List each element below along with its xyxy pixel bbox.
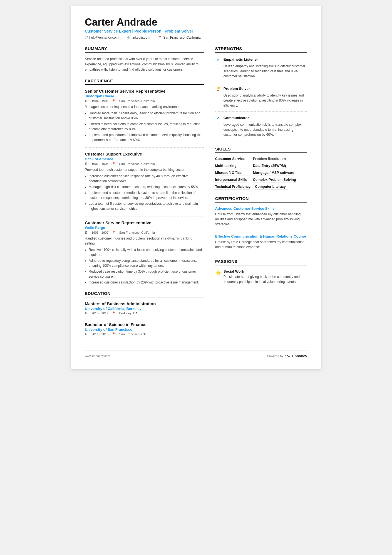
job-location-3: San Francisco, California <box>119 231 155 234</box>
job-location-icon-2: 📍 <box>112 162 116 166</box>
job-dates-3: 1903 - 1907 <box>91 231 108 234</box>
strength-item-3: ✔ Communicator Leveraged communication s… <box>215 115 307 140</box>
job-bullets-2: Increased customer service response rate… <box>85 174 204 211</box>
passion-name-1: Social Work <box>224 269 307 273</box>
education-title: EDUCATION <box>85 291 204 297</box>
edu-meta-2: 🗓 2011 - 2015 📍 San Francisco, CA <box>85 332 204 336</box>
job-meta-2: 🗓 1907 - 1904 📍 San Francisco, Californi… <box>85 162 204 166</box>
strength-desc-3: Leveraged communication skills to transl… <box>215 122 307 137</box>
strengths-title: STRENGTHS <box>215 46 307 53</box>
edu-item-2: Bachelor of Science in Finance Universit… <box>85 322 204 336</box>
job-desc-3: Handled customer inquiries and problem r… <box>85 236 204 246</box>
job-dates-2: 1907 - 1904 <box>91 162 108 166</box>
education-section: EDUCATION Masters of Business Administra… <box>85 291 204 336</box>
skills-title: SKILLS <box>215 147 307 153</box>
strength-desc-2: Used strong analytical ability to identi… <box>215 93 307 108</box>
edu-dates-1: 2015 - 2017 <box>91 312 108 315</box>
brand-name: Enhancv <box>292 354 307 358</box>
bullet: Implemented a customer feedback system t… <box>89 190 204 200</box>
certification-title: CERTIFICATION <box>215 196 307 203</box>
strengths-section: STRENGTHS ✔ Empathetic Listener Utilized… <box>215 46 307 140</box>
exp-divider <box>85 216 204 216</box>
location-contact: 📍 San Francisco, California <box>158 36 200 40</box>
footer: www.enhancv.com Powered by Enhancv <box>85 351 307 358</box>
job-bullets-3: Received 100+ calls daily with a focus o… <box>85 247 204 285</box>
enhancv-logo-icon <box>285 354 291 358</box>
linkedin-icon: 🔗 <box>126 36 131 40</box>
job-title-1: Senior Customer Service Representative <box>85 89 204 93</box>
skills-section: SKILLS Customer Service Problem Resoluti… <box>215 147 307 190</box>
edu-item-1: Masters of Business Administration Unive… <box>85 301 204 315</box>
skill-item-8: Technical Proficiency <box>215 185 251 190</box>
bullet: Implemented procedures for improved cust… <box>89 132 204 142</box>
trophy-icon: 🏆 <box>215 86 221 92</box>
skill-item-6: Interpersonal Skills <box>215 178 249 183</box>
bullet: Offered tailored solutions to complex cu… <box>89 122 204 132</box>
job-desc-2: Provided top-notch customer support in t… <box>85 167 204 172</box>
edu-dates-icon-1: 🗓 <box>85 312 88 315</box>
edu-location-icon-1: 📍 <box>112 311 116 315</box>
summary-title: SUMMARY <box>85 46 204 53</box>
cert-name-2: Effective Communication & Human Relation… <box>215 234 307 238</box>
strength-name-3: Communicator <box>224 116 249 120</box>
skill-item-4: Microsoft Office <box>215 171 249 176</box>
job-location-icon-1: 📍 <box>112 99 116 103</box>
passion-item-1: ⭐ Social Work Passionate about giving ba… <box>215 269 307 284</box>
footer-website: www.enhancv.com <box>85 354 110 357</box>
skill-item-5: Mortgage / MSP software <box>253 171 294 176</box>
skill-item-1: Problem Resolution <box>253 157 286 162</box>
bullet: Adhered to regulatory compliance standar… <box>89 258 204 268</box>
skill-item-3: Data Entry (35WPM) <box>253 164 286 169</box>
passion-desc-1: Passionate about giving back to the comm… <box>224 274 307 284</box>
email-icon: @ <box>85 36 88 40</box>
job-company-3: Wells Fargo <box>85 226 204 230</box>
edu-school-2: University of San Francisco <box>85 327 204 332</box>
star-icon: ⭐ <box>215 270 221 276</box>
passion-content-1: Social Work Passionate about giving back… <box>224 269 307 284</box>
job-item-1: Senior Customer Service Representative J… <box>85 89 204 142</box>
skill-item-9: Computer Literacy <box>255 185 288 190</box>
job-company-1: JPMorgan Chase <box>85 94 204 98</box>
edu-degree-1: Masters of Business Administration <box>85 301 204 306</box>
passions-section: PASSIONS ⭐ Social Work Passionate about … <box>215 259 307 284</box>
experience-title: EXPERIENCE <box>85 78 204 85</box>
strength-header-1: ✔ Empathetic Listener <box>215 56 307 63</box>
powered-by-text: Powered by <box>267 354 283 357</box>
contact-row: @ help@enhancv.com 🔗 linkedin.com 📍 San … <box>85 36 307 40</box>
check-icon-1: ✔ <box>215 56 221 63</box>
check-icon-2: ✔ <box>215 115 221 121</box>
candidate-tagline: Customer Service Expert | People Person … <box>85 29 307 33</box>
summary-text: Service-oriented professional with over … <box>85 56 204 73</box>
job-location-icon-3: 📍 <box>112 231 116 235</box>
edu-divider <box>85 319 204 319</box>
candidate-name: Carter Andrade <box>85 17 307 28</box>
cert-name-1: Advanced Customer Service Skills <box>215 206 307 211</box>
job-dates-1: 1904 - 1901 <box>91 99 108 103</box>
bullet: Led a team of 5 customer service represe… <box>89 201 204 211</box>
job-dates-icon-2: 🗓 <box>85 162 88 166</box>
experience-section: EXPERIENCE Senior Customer Service Repre… <box>85 78 204 285</box>
edu-school-1: University of California, Berkeley <box>85 307 204 311</box>
left-column: SUMMARY Service-oriented professional wi… <box>85 46 204 342</box>
bullet: Handled more than 70 calls daily, leadin… <box>89 111 204 121</box>
job-item-2: Customer Support Executive Bank of Ameri… <box>85 152 204 211</box>
strength-header-3: ✔ Communicator <box>215 115 307 121</box>
skill-item-7: Complex Problem Solving <box>253 178 296 183</box>
location-icon: 📍 <box>158 36 162 40</box>
certification-section: CERTIFICATION Advanced Customer Service … <box>215 196 307 253</box>
linkedin-contact: 🔗 linkedin.com <box>126 36 150 40</box>
bullet: Increased customer satisfaction by 20% w… <box>89 280 204 285</box>
cert-desc-1: Course from Udemy that enhanced my custo… <box>215 212 307 227</box>
location-value: San Francisco, California <box>163 36 200 40</box>
job-title-2: Customer Support Executive <box>85 152 204 156</box>
header: Carter Andrade Customer Service Expert |… <box>85 17 307 40</box>
email-contact: @ help@enhancv.com <box>85 36 119 40</box>
summary-section: SUMMARY Service-oriented professional wi… <box>85 46 204 73</box>
strength-header-2: 🏆 Problem Solver <box>215 86 307 92</box>
job-item-3: Customer Service Representative Wells Fa… <box>85 220 204 285</box>
strength-item-1: ✔ Empathetic Listener Utilized empathy a… <box>215 56 307 82</box>
edu-dates-icon-2: 🗓 <box>85 332 88 336</box>
cert-item-2: Effective Communication & Human Relation… <box>215 234 307 253</box>
job-bullets-1: Handled more than 70 calls daily, leadin… <box>85 111 204 142</box>
bullet: Managed high-risk customer accounts, red… <box>89 184 204 189</box>
